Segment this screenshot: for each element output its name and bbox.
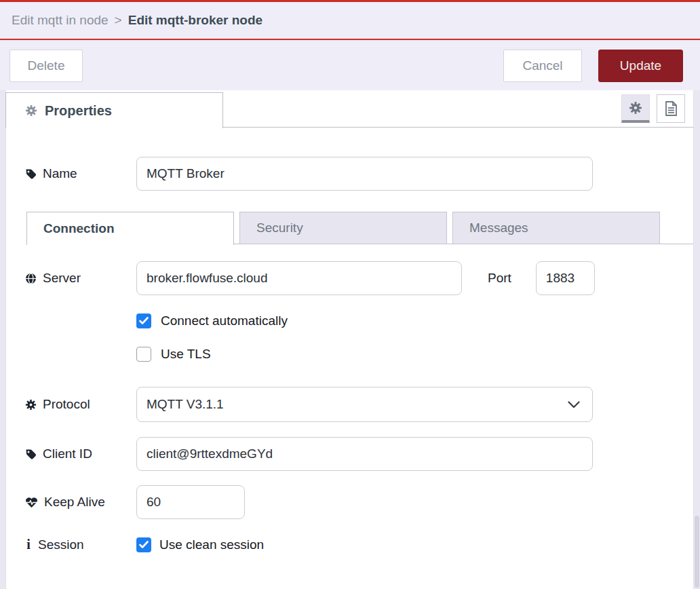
client-id-row: Client ID xyxy=(25,437,693,471)
connect-automatically-label: Connect automatically xyxy=(161,314,288,328)
globe-icon xyxy=(25,273,37,284)
protocol-selected-value: MQTT V3.1.1 xyxy=(147,397,224,412)
dialog-action-bar: Delete Cancel Update xyxy=(0,41,700,90)
node-edit-form: Name Connection Security Messages xyxy=(6,128,693,589)
edit-node-dialog: Edit mqtt in node > Edit mqtt-broker nod… xyxy=(0,0,700,589)
port-field[interactable] xyxy=(536,261,595,295)
clean-session-checkbox[interactable] xyxy=(136,537,151,552)
delete-button[interactable]: Delete xyxy=(9,50,83,82)
protocol-label: Protocol xyxy=(25,397,136,412)
use-tls-row: Use TLS xyxy=(25,347,693,362)
node-description-button[interactable] xyxy=(657,94,685,123)
protocol-row: Protocol MQTT V3.1.1 xyxy=(25,387,693,422)
scrollbar-thumb[interactable] xyxy=(695,516,699,588)
editor-tab-bar: Properties xyxy=(6,90,693,128)
keep-alive-field[interactable] xyxy=(136,485,245,519)
session-row: i Session Use clean session xyxy=(25,537,693,552)
name-row: Name xyxy=(25,157,693,191)
client-id-field[interactable] xyxy=(136,437,593,471)
tag-icon xyxy=(25,449,37,460)
server-row: Server Port xyxy=(25,261,693,295)
breadcrumb: Edit mqtt in node > Edit mqtt-broker nod… xyxy=(0,2,700,40)
breadcrumb-parent[interactable]: Edit mqtt in node xyxy=(12,13,109,28)
breadcrumb-separator: > xyxy=(115,13,122,28)
check-icon xyxy=(139,541,149,549)
client-id-label: Client ID xyxy=(25,446,136,461)
name-label: Name xyxy=(25,166,136,181)
tab-security[interactable]: Security xyxy=(239,212,447,244)
use-tls-checkbox[interactable] xyxy=(136,347,151,362)
name-field[interactable] xyxy=(136,157,593,191)
heartbeat-icon xyxy=(25,497,38,508)
document-icon xyxy=(663,100,678,117)
tab-properties-label: Properties xyxy=(45,103,112,119)
server-field[interactable] xyxy=(136,261,462,295)
node-settings-button[interactable] xyxy=(621,94,650,123)
clean-session-label: Use clean session xyxy=(159,537,264,552)
tab-properties[interactable]: Properties xyxy=(5,92,223,128)
tag-icon xyxy=(25,168,37,180)
gear-icon xyxy=(629,101,642,115)
keep-alive-row: Keep Alive xyxy=(25,485,693,519)
connect-automatically-checkbox[interactable] xyxy=(136,314,151,328)
keep-alive-label: Keep Alive xyxy=(25,495,136,510)
port-label: Port xyxy=(488,271,511,286)
update-button[interactable]: Update xyxy=(598,50,683,82)
session-label: i Session xyxy=(25,537,136,552)
check-icon xyxy=(139,317,149,325)
edit-panel: Properties xyxy=(5,90,694,589)
tab-messages[interactable]: Messages xyxy=(452,212,660,244)
broker-section-tabs: Connection Security Messages xyxy=(26,212,693,244)
server-label: Server xyxy=(25,271,136,286)
info-icon: i xyxy=(25,537,32,552)
breadcrumb-current: Edit mqtt-broker node xyxy=(128,13,262,28)
cancel-button[interactable]: Cancel xyxy=(503,50,582,82)
chevron-down-icon xyxy=(568,401,580,408)
connect-auto-row: Connect automatically xyxy=(25,314,693,328)
editor-tab-actions xyxy=(621,94,685,123)
gear-icon xyxy=(25,104,37,117)
tab-connection[interactable]: Connection xyxy=(26,212,234,245)
protocol-select[interactable]: MQTT V3.1.1 xyxy=(136,387,593,422)
use-tls-label: Use TLS xyxy=(161,347,211,362)
gear-icon xyxy=(25,399,37,411)
